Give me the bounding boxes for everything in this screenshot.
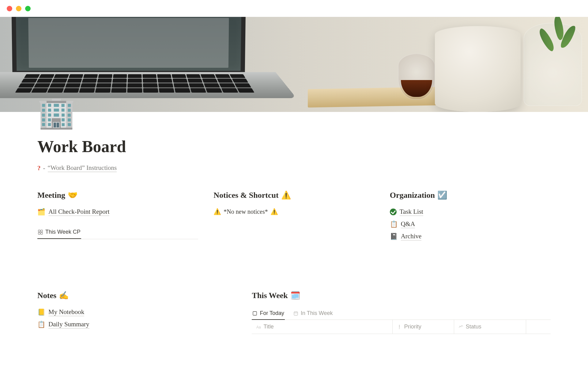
cover-background (0, 17, 588, 112)
handshake-icon: 🤝 (68, 190, 77, 200)
writing-hand-icon: ✍️ (59, 291, 69, 300)
folder-icon: 🗂️ (37, 208, 45, 216)
text-property-icon: Aa (256, 324, 261, 329)
link-label: My Notebook (48, 308, 84, 316)
my-notebook-link[interactable]: 📒 My Notebook (37, 308, 236, 316)
tab-label: In This Week (301, 310, 333, 316)
link-label: All Check-Point Report (48, 208, 109, 216)
organization-heading: Organization ☑️ (390, 190, 551, 200)
tab-for-today[interactable]: For Today (252, 308, 285, 320)
status-property-icon (458, 324, 463, 329)
tab-in-this-week[interactable]: In This Week (293, 308, 333, 320)
svg-rect-0 (38, 230, 40, 232)
link-label: Daily Summary (48, 320, 89, 328)
warning-icon: ⚠️ (270, 208, 278, 215)
svg-rect-1 (41, 230, 43, 232)
warning-icon: ⚠️ (213, 208, 221, 215)
carafe-prop (398, 54, 435, 100)
daily-summary-link[interactable]: 📋 Daily Summary (37, 320, 236, 328)
page-cover[interactable] (0, 17, 588, 112)
calendar-icon: 🗓️ (290, 291, 300, 300)
meeting-heading: Meeting 🤝 (37, 190, 198, 200)
gallery-view-icon (38, 230, 43, 235)
svg-rect-2 (38, 232, 40, 234)
link-label: Q&A (401, 220, 415, 228)
calendar-view-icon (293, 311, 298, 316)
task-list-link[interactable]: Task List (390, 208, 551, 216)
organization-section: Organization ☑️ Task List 📋 Q&A 📓 Archiv… (390, 190, 551, 245)
notebook-icon: 📒 (37, 309, 45, 316)
this-week-heading: This Week 🗓️ (252, 291, 551, 300)
this-week-section: This Week 🗓️ For Today In This Week (252, 291, 551, 334)
this-week-cp-tab[interactable]: This Week CP (37, 226, 81, 239)
svg-rect-5 (294, 312, 298, 315)
window-titlebar (0, 0, 588, 17)
tab-label: This Week CP (45, 229, 81, 235)
column-add[interactable] (526, 320, 551, 334)
notices-section: Notices & Shortcut ⚠️ ⚠️ *No new notices… (213, 190, 374, 245)
column-label: Priority (404, 324, 421, 330)
notes-heading-text: Notes (37, 291, 56, 300)
instructions-link-row: ? - “Work Board” Instructions (37, 164, 551, 172)
close-window-button[interactable] (7, 6, 12, 11)
tab-label: For Today (260, 310, 284, 316)
dash-separator: - (43, 164, 45, 172)
no-notices-text: ⚠️ *No new notices* ⚠️ (213, 208, 374, 215)
svg-point-11 (399, 328, 400, 329)
archive-link[interactable]: 📓 Archive (390, 232, 551, 240)
clipboard-icon: 📋 (37, 321, 45, 328)
meeting-section: Meeting 🤝 🗂️ All Check-Point Report This… (37, 190, 198, 245)
column-priority[interactable]: Priority (393, 320, 454, 334)
page-title[interactable]: Work Board (37, 137, 551, 156)
notice-text: *No new notices* (224, 208, 268, 215)
question-icon: ? (37, 164, 41, 172)
instructions-link[interactable]: “Work Board” Instructions (48, 164, 117, 172)
notes-section: Notes ✍️ 📒 My Notebook 📋 Daily Summary (37, 291, 236, 334)
column-label: Title (263, 324, 273, 330)
link-label: Archive (401, 232, 422, 240)
clipboard-icon: 📋 (390, 220, 398, 228)
checkmark-icon (390, 209, 397, 215)
page-content: Work Board ? - “Work Board” Instructions… (0, 112, 588, 334)
notices-heading-text: Notices & Shortcut (213, 191, 278, 200)
link-label: Task List (400, 208, 423, 216)
qa-link[interactable]: 📋 Q&A (390, 220, 551, 228)
svg-rect-3 (41, 232, 43, 234)
column-label: Status (466, 324, 481, 330)
checkbox-icon: ☑️ (437, 190, 447, 200)
notebook-icon: 📓 (390, 233, 398, 240)
minimize-window-button[interactable] (16, 6, 21, 11)
column-status[interactable]: Status (454, 320, 526, 334)
priority-property-icon (397, 324, 402, 329)
meeting-heading-text: Meeting (37, 191, 65, 200)
this-week-heading-text: This Week (252, 291, 288, 300)
page-icon[interactable]: 🏢 (37, 98, 76, 128)
fullscreen-window-button[interactable] (25, 6, 31, 11)
list-view-icon (252, 311, 257, 316)
warning-icon: ⚠️ (281, 190, 291, 200)
notices-heading: Notices & Shortcut ⚠️ (213, 190, 374, 200)
column-title[interactable]: Aa Title (252, 320, 392, 334)
database-header-row: Aa Title Priority Status (252, 320, 551, 334)
organization-heading-text: Organization (390, 191, 435, 200)
all-checkpoint-report-link[interactable]: 🗂️ All Check-Point Report (37, 208, 198, 216)
mug-prop (435, 26, 521, 112)
svg-rect-4 (253, 312, 257, 315)
svg-text:Aa: Aa (256, 325, 261, 329)
notes-heading: Notes ✍️ (37, 291, 236, 300)
database-view-tabs: For Today In This Week (252, 308, 551, 320)
